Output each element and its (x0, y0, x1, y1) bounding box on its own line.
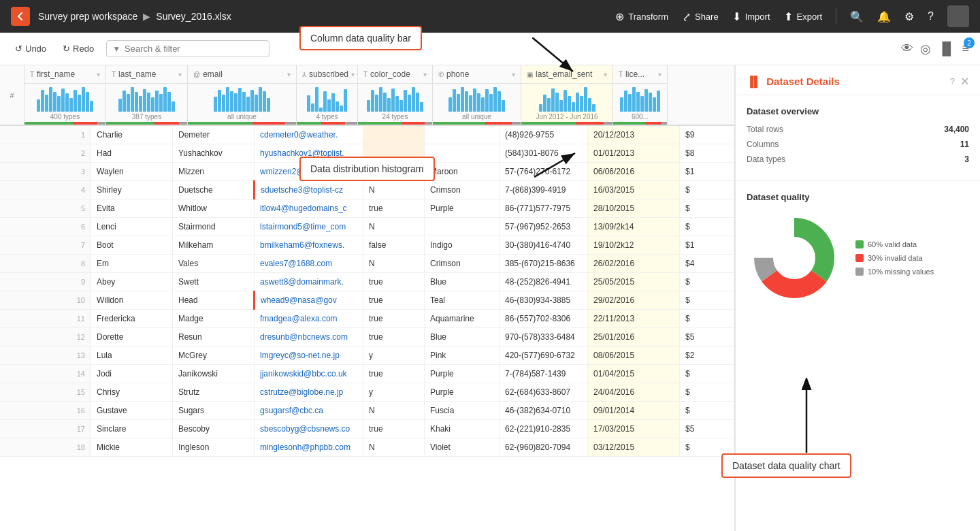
cell-first_name: Mickie (91, 438, 173, 457)
cell-first_name: Evita (91, 199, 173, 218)
cell-email: cstrutze@biglobe.ne.jp (255, 383, 363, 402)
cell-subscribed: N (363, 255, 425, 273)
search-icon[interactable]: 🔍 (850, 10, 864, 23)
chart-bars-icon: ▐▌ (747, 76, 761, 87)
donut-container: 60% valid data 30% invalid data 10% miss… (747, 210, 969, 306)
cell-email: evales7@1688.com (255, 255, 363, 273)
back-button[interactable] (11, 7, 30, 26)
col-header-phone: ✆ phone ▾ all unique (433, 65, 521, 125)
row-num: 13 (0, 347, 91, 365)
cell-license: $5 (680, 328, 734, 347)
row-num: 12 (0, 328, 91, 347)
file-label[interactable]: Survey_2016.xlsx (156, 11, 231, 22)
cell-last_email_sent: 01/04/2015 (588, 365, 680, 383)
row-num: 15 (0, 383, 91, 402)
cell-color_code: Blue (425, 273, 500, 291)
legend-invalid-color (855, 254, 864, 262)
cell-last_email_sent: 26/02/2016 (588, 255, 680, 273)
share-button[interactable]: ⤤ Share (682, 10, 719, 23)
search-input[interactable] (125, 44, 263, 54)
cell-last_name: Milkeham (173, 236, 255, 255)
nav-actions: ⊕ Transform ⤤ Share ⬇ Import ⬆ Export 🔍 … (615, 5, 969, 27)
table-area: # T first_name ▾ 400 types T last_name (0, 65, 735, 531)
undo-button[interactable]: ↺ Undo (11, 41, 50, 57)
row-num: 4 (0, 181, 91, 199)
col-header-first_name: T first_name ▾ 400 types (24, 65, 106, 125)
cell-color_code (425, 126, 500, 144)
data-table: 1 Charlie Demeter cdemeter0@weather. (48… (0, 126, 734, 531)
col-sort-icon[interactable]: ▾ (423, 71, 427, 78)
search-box[interactable]: ▼ (106, 40, 270, 57)
sidebar: ▐▌ Dataset Details ? ✕ Dataset overview … (735, 65, 980, 531)
col-sort-icon[interactable]: ▾ (97, 71, 100, 78)
redo-button[interactable]: ↻ Redo (59, 41, 98, 57)
cell-license: $8 (680, 144, 734, 163)
legend-valid-color (855, 240, 864, 248)
cell-phone: 62-(221)910-2835 (500, 420, 588, 438)
cell-license: $ (680, 310, 734, 328)
workspace-label[interactable]: Survey prep workspace (38, 11, 137, 22)
cell-email: aswett8@domainmark. (255, 273, 363, 291)
col-sort-icon[interactable]: ▾ (287, 71, 291, 78)
cell-first_name: Em (91, 255, 173, 273)
cell-phone: 7-(868)399-4919 (500, 181, 588, 199)
cell-subscribed: N (363, 402, 425, 420)
cell-subscribed: true (363, 365, 425, 383)
cell-first_name: Gustave (91, 402, 173, 420)
cell-license: $ (680, 402, 734, 420)
cell-subscribed: true (363, 420, 425, 438)
cell-last_email_sent: 28/10/2015 (588, 199, 680, 218)
cell-subscribed: y (363, 347, 425, 365)
cell-last_email_sent: 06/06/2016 (588, 163, 680, 181)
col-sort-icon[interactable]: ▾ (658, 71, 662, 78)
cell-phone: 7-(784)587-1439 (500, 365, 588, 383)
cell-subscribed: N (363, 163, 425, 181)
cell-license: $1 (680, 236, 734, 255)
cell-first_name: Jodi (91, 365, 173, 383)
table-row: 2 Had Yushachkov hyushachkov1@toplist. (… (0, 144, 734, 163)
cell-subscribed: y (363, 383, 425, 402)
user-avatar[interactable] (947, 5, 969, 27)
cell-color_code (425, 144, 500, 163)
cell-last_name: McGrey (173, 347, 255, 365)
col-header-color_code: T color_code ▾ 24 types (358, 65, 433, 125)
cell-phone: 30-(380)416-4740 (500, 236, 588, 255)
row-num: 9 (0, 273, 91, 291)
help-icon[interactable]: ? (950, 76, 955, 86)
col-sort-icon[interactable]: ▾ (604, 71, 607, 78)
cell-email: lstairmond5@time_com (255, 218, 363, 236)
col-header-email: @ email ▾ all unique (188, 65, 297, 125)
cell-license: $4 (680, 255, 734, 273)
close-button[interactable]: ✕ (960, 75, 969, 88)
export-button[interactable]: ⬆ Export (784, 10, 823, 23)
cell-color_code: Indigo (425, 236, 500, 255)
row-num-header: # (0, 65, 24, 125)
cell-subscribed: true (363, 291, 425, 310)
columns-row: Columns 11 (747, 140, 969, 149)
table-row: 18 Mickie Ingleson minglesonh@phpbb.com … (0, 438, 734, 457)
col-sort-icon[interactable]: ▾ (178, 71, 182, 78)
row-num: 6 (0, 218, 91, 236)
breadcrumb-sep: ▶ (143, 11, 150, 22)
chart-icon[interactable]: ▐▌ (938, 42, 956, 56)
cell-color_code: Teal (425, 291, 500, 310)
cell-phone: 48-(252)826-4941 (500, 273, 588, 291)
cell-color_code: Maroon (425, 163, 500, 181)
col-sort-icon[interactable]: ▾ (512, 71, 515, 78)
import-button[interactable]: ⬇ Import (732, 10, 770, 23)
cell-email: itlow4@hugedomains_c (255, 199, 363, 218)
target-icon[interactable]: ◎ (920, 42, 931, 57)
cell-phone: 86-(771)577-7975 (500, 199, 588, 218)
settings-icon[interactable]: ⚙ (904, 10, 914, 23)
cell-color_code: Purple (425, 365, 500, 383)
cell-color_code (425, 218, 500, 236)
col-sort-icon[interactable]: ▾ (351, 71, 355, 78)
table-row: 7 Boot Milkeham bmilkeham6@foxnews. fals… (0, 236, 734, 255)
visibility-icon[interactable]: 👁 (901, 42, 913, 56)
notification-icon[interactable]: 🔔 (877, 10, 891, 23)
transform-button[interactable]: ⊕ Transform (615, 10, 668, 23)
redo-icon: ↻ (63, 44, 70, 54)
help-icon[interactable]: ? (928, 10, 934, 22)
cell-first_name: Boot (91, 236, 173, 255)
badge-button[interactable]: ≡ 2 (962, 42, 969, 56)
